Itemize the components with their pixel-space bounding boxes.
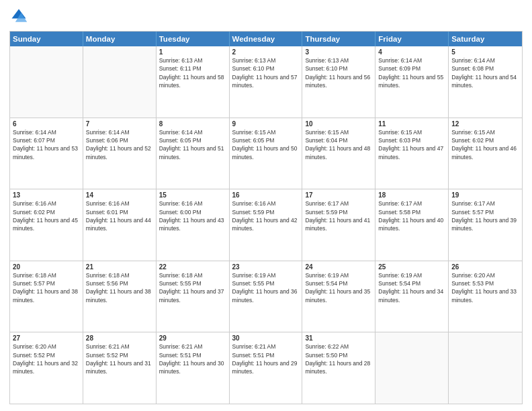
daylight-text: Daylight: 11 hours and 42 minutes. — [232, 216, 300, 233]
daylight-text: Daylight: 11 hours and 48 minutes. — [305, 144, 372, 161]
sunrise-text: Sunrise: 6:15 AM — [378, 128, 445, 136]
day-number: 30 — [232, 334, 300, 342]
daylight-text: Daylight: 11 hours and 36 minutes. — [232, 287, 300, 304]
daylight-text: Daylight: 11 hours and 39 minutes. — [451, 216, 519, 233]
calendar-week-row: 6Sunrise: 6:14 AMSunset: 6:07 PMDaylight… — [10, 118, 522, 189]
cell-info: Sunrise: 6:15 AMSunset: 6:05 PMDaylight:… — [232, 128, 300, 161]
calendar-cell: 14Sunrise: 6:16 AMSunset: 6:01 PMDayligh… — [83, 189, 157, 261]
day-number: 16 — [232, 191, 300, 199]
cell-info: Sunrise: 6:14 AMSunset: 6:05 PMDaylight:… — [159, 128, 226, 161]
cell-info: Sunrise: 6:18 AMSunset: 5:55 PMDaylight:… — [159, 271, 226, 304]
calendar-cell: 25Sunrise: 6:19 AMSunset: 5:54 PMDayligh… — [375, 261, 449, 332]
cell-info: Sunrise: 6:13 AMSunset: 6:10 PMDaylight:… — [232, 56, 300, 89]
logo — [9, 7, 31, 26]
sunset-text: Sunset: 6:10 PM — [305, 64, 372, 73]
sunrise-text: Sunrise: 6:14 AM — [13, 128, 80, 136]
weekday-header: Monday — [83, 32, 157, 46]
daylight-text: Daylight: 11 hours and 38 minutes. — [86, 287, 153, 304]
cell-info: Sunrise: 6:22 AMSunset: 5:50 PMDaylight:… — [305, 342, 372, 375]
day-number: 31 — [305, 334, 372, 342]
cell-info: Sunrise: 6:14 AMSunset: 6:09 PMDaylight:… — [378, 56, 445, 89]
sunset-text: Sunset: 5:57 PM — [13, 279, 80, 287]
sunrise-text: Sunrise: 6:13 AM — [232, 56, 300, 64]
sunset-text: Sunset: 5:52 PM — [86, 351, 153, 359]
sunrise-text: Sunrise: 6:15 AM — [232, 128, 300, 136]
sunset-text: Sunset: 5:58 PM — [378, 208, 445, 216]
day-number: 20 — [13, 263, 80, 271]
weekday-header: Tuesday — [157, 32, 230, 46]
cell-info: Sunrise: 6:19 AMSunset: 5:54 PMDaylight:… — [305, 271, 372, 304]
day-number: 4 — [378, 48, 445, 56]
sunrise-text: Sunrise: 6:14 AM — [159, 128, 226, 136]
calendar-cell: 23Sunrise: 6:19 AMSunset: 5:55 PMDayligh… — [230, 261, 303, 332]
day-number: 22 — [159, 263, 226, 271]
day-number: 10 — [305, 120, 372, 128]
calendar-cell: 28Sunrise: 6:21 AMSunset: 5:52 PMDayligh… — [83, 332, 157, 404]
calendar-cell: 24Sunrise: 6:19 AMSunset: 5:54 PMDayligh… — [302, 261, 375, 332]
calendar-cell: 31Sunrise: 6:22 AMSunset: 5:50 PMDayligh… — [302, 332, 375, 404]
cell-info: Sunrise: 6:19 AMSunset: 5:54 PMDaylight:… — [378, 271, 445, 304]
calendar: SundayMondayTuesdayWednesdayThursdayFrid… — [9, 31, 523, 404]
daylight-text: Daylight: 11 hours and 31 minutes. — [86, 359, 153, 376]
sunset-text: Sunset: 5:54 PM — [305, 279, 372, 287]
cell-info: Sunrise: 6:21 AMSunset: 5:52 PMDaylight:… — [86, 342, 153, 375]
day-number: 21 — [86, 263, 153, 271]
cell-info: Sunrise: 6:16 AMSunset: 5:59 PMDaylight:… — [232, 199, 300, 232]
sunset-text: Sunset: 5:55 PM — [232, 279, 300, 287]
cell-info: Sunrise: 6:15 AMSunset: 6:03 PMDaylight:… — [378, 128, 445, 161]
sunset-text: Sunset: 6:01 PM — [86, 208, 153, 216]
sunset-text: Sunset: 6:02 PM — [13, 208, 80, 216]
sunset-text: Sunset: 5:55 PM — [159, 279, 226, 287]
sunrise-text: Sunrise: 6:16 AM — [13, 199, 80, 208]
sunset-text: Sunset: 5:50 PM — [305, 351, 372, 359]
sunset-text: Sunset: 6:05 PM — [232, 136, 300, 144]
sunset-text: Sunset: 5:59 PM — [305, 208, 372, 216]
day-number: 27 — [13, 334, 80, 342]
day-number: 14 — [86, 191, 153, 199]
sunset-text: Sunset: 5:54 PM — [378, 279, 445, 287]
day-number: 28 — [86, 334, 153, 342]
sunset-text: Sunset: 6:06 PM — [86, 136, 153, 144]
cell-info: Sunrise: 6:20 AMSunset: 5:53 PMDaylight:… — [451, 271, 519, 304]
sunset-text: Sunset: 5:57 PM — [451, 208, 519, 216]
weekday-header: Sunday — [10, 32, 83, 46]
day-number: 1 — [159, 48, 226, 56]
day-number: 11 — [378, 120, 445, 128]
sunrise-text: Sunrise: 6:16 AM — [232, 199, 300, 208]
daylight-text: Daylight: 11 hours and 34 minutes. — [378, 287, 445, 304]
sunrise-text: Sunrise: 6:17 AM — [451, 199, 519, 208]
daylight-text: Daylight: 11 hours and 45 minutes. — [13, 216, 80, 233]
cell-info: Sunrise: 6:14 AMSunset: 6:07 PMDaylight:… — [13, 128, 80, 161]
sunrise-text: Sunrise: 6:22 AM — [305, 342, 372, 351]
daylight-text: Daylight: 11 hours and 47 minutes. — [378, 144, 445, 161]
sunrise-text: Sunrise: 6:18 AM — [13, 271, 80, 279]
cell-info: Sunrise: 6:16 AMSunset: 6:01 PMDaylight:… — [86, 199, 153, 232]
sunrise-text: Sunrise: 6:21 AM — [232, 342, 300, 351]
daylight-text: Daylight: 11 hours and 51 minutes. — [159, 144, 226, 161]
sunrise-text: Sunrise: 6:18 AM — [159, 271, 226, 279]
cell-info: Sunrise: 6:21 AMSunset: 5:51 PMDaylight:… — [159, 342, 226, 375]
sunrise-text: Sunrise: 6:18 AM — [86, 271, 153, 279]
cell-info: Sunrise: 6:20 AMSunset: 5:52 PMDaylight:… — [13, 342, 80, 375]
sunset-text: Sunset: 6:07 PM — [13, 136, 80, 144]
calendar-cell: 13Sunrise: 6:16 AMSunset: 6:02 PMDayligh… — [10, 189, 83, 261]
page: SundayMondayTuesdayWednesdayThursdayFrid… — [0, 0, 532, 411]
calendar-cell: 22Sunrise: 6:18 AMSunset: 5:55 PMDayligh… — [157, 261, 230, 332]
sunrise-text: Sunrise: 6:21 AM — [86, 342, 153, 351]
sunrise-text: Sunrise: 6:17 AM — [305, 199, 372, 208]
sunset-text: Sunset: 5:53 PM — [451, 279, 519, 287]
calendar-cell: 11Sunrise: 6:15 AMSunset: 6:03 PMDayligh… — [375, 118, 449, 189]
weekday-header: Friday — [375, 32, 449, 46]
cell-info: Sunrise: 6:15 AMSunset: 6:04 PMDaylight:… — [305, 128, 372, 161]
calendar-cell: 3Sunrise: 6:13 AMSunset: 6:10 PMDaylight… — [302, 46, 375, 118]
calendar-cell: 20Sunrise: 6:18 AMSunset: 5:57 PMDayligh… — [10, 261, 83, 332]
daylight-text: Daylight: 11 hours and 58 minutes. — [159, 73, 226, 90]
day-number: 6 — [13, 120, 80, 128]
calendar-cell: 7Sunrise: 6:14 AMSunset: 6:06 PMDaylight… — [83, 118, 157, 189]
day-number: 18 — [378, 191, 445, 199]
sunrise-text: Sunrise: 6:19 AM — [305, 271, 372, 279]
calendar-cell: 26Sunrise: 6:20 AMSunset: 5:53 PMDayligh… — [449, 261, 522, 332]
sunrise-text: Sunrise: 6:20 AM — [451, 271, 519, 279]
calendar-cell: 6Sunrise: 6:14 AMSunset: 6:07 PMDaylight… — [10, 118, 83, 189]
calendar-cell: 17Sunrise: 6:17 AMSunset: 5:59 PMDayligh… — [302, 189, 375, 261]
